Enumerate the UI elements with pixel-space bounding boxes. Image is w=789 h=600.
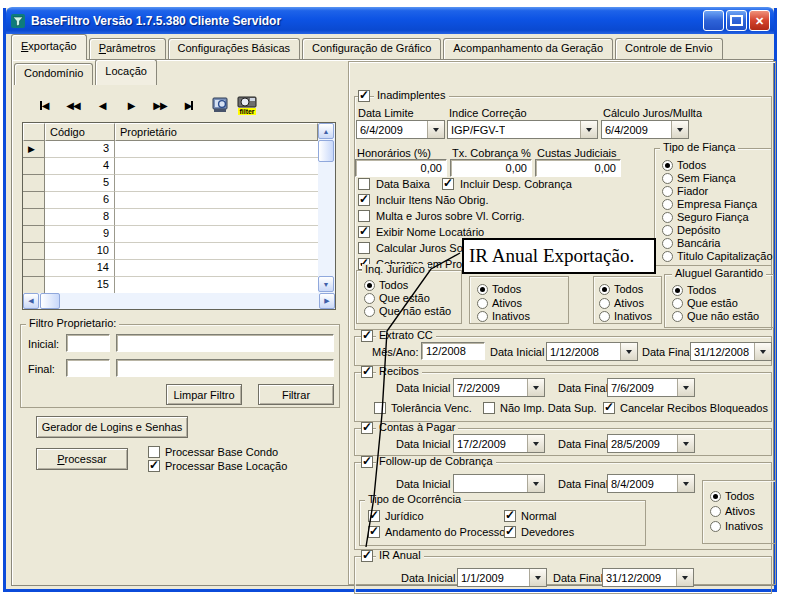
- ocorrencia-devedores-checkbox[interactable]: [504, 526, 516, 538]
- scroll-up-icon[interactable]: ▲: [318, 123, 334, 139]
- contas-data-inicial-combo[interactable]: 17/2/2009: [453, 434, 545, 453]
- grid-hscrollbar[interactable]: ◀ ▶: [23, 293, 335, 309]
- fianca-titulo-radio[interactable]: [662, 251, 673, 262]
- grid-row-proprietario[interactable]: [115, 226, 318, 243]
- grid-row-proprietario[interactable]: [115, 141, 318, 158]
- limpar-filtro-button[interactable]: Limpar Filtro: [166, 384, 242, 405]
- inq-todos-radio[interactable]: [364, 280, 375, 291]
- tab-parametros[interactable]: Parâmetros: [89, 38, 166, 60]
- custas-judiciais-input[interactable]: 0,00: [535, 159, 621, 177]
- grid-row-proprietario[interactable]: [115, 175, 318, 192]
- aluguel-que-estao-radio[interactable]: [672, 298, 683, 309]
- scroll-left-icon[interactable]: ◀: [23, 293, 39, 309]
- inq-que-nao-estao-radio[interactable]: [364, 306, 375, 317]
- grid-header-proprietario[interactable]: Proprietário: [115, 123, 318, 141]
- nav-prev-button[interactable]: ◀: [90, 95, 114, 115]
- grid-vscrollbar[interactable]: ▲ ▼: [318, 123, 335, 293]
- followup-ativos-radio[interactable]: [710, 506, 721, 517]
- grid-row-codigo[interactable]: 9: [45, 226, 115, 243]
- filtro-final-nome-input[interactable]: [116, 359, 334, 377]
- grid-row-proprietario[interactable]: [115, 209, 318, 226]
- filter-button[interactable]: filter: [236, 92, 258, 116]
- tab-configuracao-grafico[interactable]: Configuração de Gráfico: [302, 38, 441, 60]
- nav-first-button[interactable]: ◀: [32, 95, 56, 115]
- nav-next-button[interactable]: ▶: [119, 95, 143, 115]
- dropdown-arrow-icon[interactable]: [677, 435, 694, 452]
- fianca-fiador-radio[interactable]: [662, 186, 673, 197]
- fianca-deposito-radio[interactable]: [662, 225, 673, 236]
- ocorrencia-normal-checkbox[interactable]: [504, 510, 516, 522]
- close-button[interactable]: ✕: [749, 10, 770, 31]
- aluguel-que-nao-estao-radio[interactable]: [672, 311, 683, 322]
- grid-header-codigo[interactable]: Código: [45, 123, 115, 141]
- dropdown-arrow-icon[interactable]: [580, 121, 597, 138]
- grid-row-codigo[interactable]: 14: [45, 260, 115, 277]
- calcular-juros-checkbox[interactable]: [358, 242, 370, 254]
- filtro-inicial-nome-input[interactable]: [116, 334, 334, 352]
- dropdown-arrow-icon[interactable]: [677, 379, 694, 396]
- recibos-data-inicial-combo[interactable]: 7/2/2009: [453, 378, 545, 397]
- grid-row-codigo[interactable]: 3: [45, 141, 115, 158]
- fianca-sem-radio[interactable]: [662, 173, 673, 184]
- dropdown-arrow-icon[interactable]: [527, 435, 544, 452]
- contas-data-final-combo[interactable]: 28/5/2009: [607, 434, 695, 453]
- dropdown-arrow-icon[interactable]: [527, 475, 544, 492]
- status-a-todos-radio[interactable]: [477, 284, 488, 295]
- dropdown-arrow-icon[interactable]: [527, 379, 544, 396]
- multa-juros-checkbox[interactable]: [358, 210, 370, 222]
- hscroll-thumb[interactable]: [40, 293, 60, 309]
- grid-row-codigo[interactable]: 5: [45, 175, 115, 192]
- dropdown-arrow-icon[interactable]: [754, 343, 771, 360]
- grid-row-codigo[interactable]: 15: [45, 277, 115, 294]
- followup-data-inicial-combo[interactable]: [453, 474, 545, 493]
- processar-base-condo-checkbox[interactable]: [148, 446, 160, 458]
- dropdown-arrow-icon[interactable]: [677, 475, 694, 492]
- tolerancia-venc-checkbox[interactable]: [374, 402, 386, 414]
- ocorrencia-andamento-checkbox[interactable]: [368, 526, 380, 538]
- vscroll-thumb[interactable]: [318, 140, 334, 162]
- scroll-down-icon[interactable]: ▼: [318, 276, 334, 292]
- followup-checkbox[interactable]: [361, 456, 373, 468]
- fianca-seguro-radio[interactable]: [662, 212, 673, 223]
- ir-anual-checkbox[interactable]: [361, 550, 373, 562]
- subtab-locacao[interactable]: Locação: [95, 59, 157, 85]
- tab-acompanhamento-geracao[interactable]: Acompanhamento da Geração: [443, 38, 613, 60]
- minimize-button[interactable]: _: [703, 10, 724, 31]
- extrato-cc-checkbox[interactable]: [361, 330, 373, 342]
- grid-row-codigo[interactable]: 10: [45, 243, 115, 260]
- grid-row-proprietario[interactable]: [115, 260, 318, 277]
- nav-next-fast-button[interactable]: ▶▶: [148, 95, 172, 115]
- grid-row-codigo[interactable]: 6: [45, 192, 115, 209]
- scroll-right-icon[interactable]: ▶: [319, 293, 335, 309]
- incluir-desp-cobranca-checkbox[interactable]: [442, 178, 454, 190]
- status-a-inativos-radio[interactable]: [477, 311, 488, 322]
- inq-que-estao-radio[interactable]: [364, 293, 375, 304]
- status-b-todos-radio[interactable]: [599, 284, 610, 295]
- tab-configuracoes-basicas[interactable]: Configurações Básicas: [168, 38, 301, 60]
- incluir-itens-checkbox[interactable]: [358, 194, 370, 206]
- recibos-checkbox[interactable]: [361, 366, 373, 378]
- recibos-data-final-combo[interactable]: 7/6/2009: [607, 378, 695, 397]
- dropdown-arrow-icon[interactable]: [620, 343, 637, 360]
- status-b-inativos-radio[interactable]: [599, 311, 610, 322]
- dropdown-arrow-icon[interactable]: [529, 569, 546, 586]
- contas-pagar-checkbox[interactable]: [361, 422, 373, 434]
- tab-controle-envio[interactable]: Controle de Envio: [615, 38, 722, 60]
- grid-row-proprietario[interactable]: [115, 158, 318, 175]
- processar-base-locacao-checkbox[interactable]: [148, 460, 160, 472]
- ir-data-final-combo[interactable]: 31/12/2009: [602, 568, 694, 587]
- grid-row-proprietario[interactable]: [115, 277, 318, 294]
- grid-row-codigo[interactable]: 4: [45, 158, 115, 175]
- nav-prev-fast-button[interactable]: ◀◀: [61, 95, 85, 115]
- followup-data-final-combo[interactable]: 8/4/2009: [607, 474, 695, 493]
- ocorrencia-juridico-checkbox[interactable]: [368, 510, 380, 522]
- dropdown-arrow-icon[interactable]: [676, 569, 693, 586]
- processar-button[interactable]: Processar: [36, 448, 128, 470]
- nao-imp-data-sup-checkbox[interactable]: [483, 402, 495, 414]
- indice-correcao-combo[interactable]: IGP/FGV-T: [447, 120, 598, 139]
- honorarios-input[interactable]: 0,00: [355, 159, 447, 177]
- filtro-inicial-codigo-input[interactable]: [66, 334, 110, 352]
- data-limite-combo[interactable]: 6/4/2009: [356, 120, 445, 139]
- dropdown-arrow-icon[interactable]: [427, 121, 444, 138]
- followup-inativos-radio[interactable]: [710, 521, 721, 532]
